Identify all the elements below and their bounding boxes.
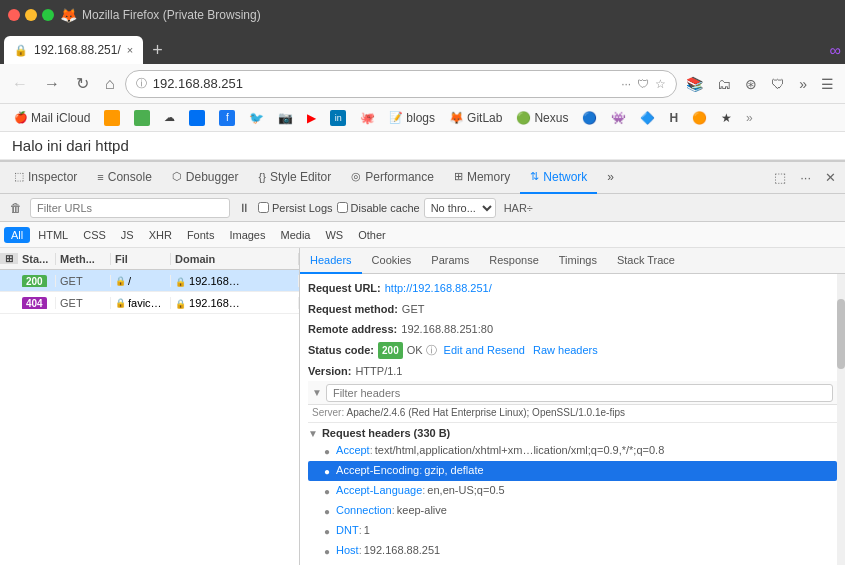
edit-resend-link[interactable]: Edit and Resend [444,342,525,359]
request-headers-section[interactable]: ▼ Request headers (330 B) [308,422,837,441]
maximize-button[interactable] [42,9,54,21]
persist-logs-checkbox[interactable]: Persist Logs [258,202,333,214]
info-icon[interactable]: ⓘ [426,342,437,359]
method-col-header[interactable]: Meth... [56,253,111,265]
bm-item-19[interactable]: ★ [715,109,738,127]
bm-item-18[interactable]: 🟠 [686,109,713,127]
filter-headers-input[interactable] [326,384,833,402]
filter-all[interactable]: All [4,227,30,243]
titlebar: 🦊 Mozilla Firefox (Private Browsing) [0,0,845,30]
status-badge-200: 200 [22,275,47,287]
bm-mail-icloud[interactable]: 🍎Mail iCloud [8,109,96,127]
tab-performance[interactable]: ◎ Performance [341,162,444,194]
url-text: 192.168.88.251 [153,76,616,91]
bookmarks-icon[interactable]: 📚 [681,73,708,95]
bm-youtube[interactable]: ▶ [301,109,322,127]
raw-headers-link[interactable]: Raw headers [533,342,598,359]
details-tab-stack-trace[interactable]: Stack Trace [607,248,685,274]
details-tab-cookies[interactable]: Cookies [362,248,422,274]
filter-headers-row: ▼ [308,381,837,405]
bm-item-17[interactable]: H [663,109,684,127]
extensions-icon[interactable]: » [794,73,812,95]
tab-style-editor[interactable]: {} Style Editor [249,162,342,194]
forward-button[interactable]: → [38,71,66,97]
reload-button[interactable]: ↻ [70,70,95,97]
devtools-toolbar: 🗑 ⏸ Persist Logs Disable cache No thro..… [0,194,845,222]
request-row-2[interactable]: 404 GET 🔒 favic… 🔒 192.168… [0,292,299,314]
scrollbar-track[interactable] [837,274,845,565]
filter-fonts[interactable]: Fonts [180,227,222,243]
new-tab-button[interactable]: + [144,36,171,64]
har-label[interactable]: HAR÷ [504,202,533,214]
filter-html[interactable]: HTML [31,227,75,243]
devtools-more-button[interactable]: ··· [795,168,816,187]
minimize-button[interactable] [25,9,37,21]
devtools-close-button[interactable]: ✕ [820,168,841,187]
detail-remote-address: Remote address: 192.168.88.251:80 [308,319,837,340]
responsive-button[interactable]: ⬚ [769,168,791,187]
bm-instagram[interactable]: 📷 [272,109,299,127]
tab-close-button[interactable]: × [127,44,133,56]
filter-xhr[interactable]: XHR [142,227,179,243]
filter-css[interactable]: CSS [76,227,113,243]
back-button[interactable]: ← [6,71,34,97]
tab-network[interactable]: ⇅ Network [520,162,597,194]
menu-button[interactable]: ☰ [816,73,839,95]
details-tab-params[interactable]: Params [421,248,479,274]
pocket-icon[interactable]: ⊛ [740,73,762,95]
request-row-1[interactable]: 200 GET 🔒 / 🔒 192.168… [0,270,299,292]
clear-button[interactable]: 🗑 [6,200,26,216]
bm-item-3[interactable] [128,108,156,128]
active-tab[interactable]: 🔒 192.168.88.251/ × [4,36,143,64]
bm-nexus[interactable]: 🟢NexusNexus [510,109,574,127]
url-bar[interactable]: ⓘ 192.168.88.251 ··· 🛡 ☆ [125,70,678,98]
adblock-icon[interactable]: 🛡 [766,73,790,95]
filter-ws[interactable]: WS [318,227,350,243]
status-code-badge: 200 [378,342,403,359]
filter-js[interactable]: JS [114,227,141,243]
file-col-header[interactable]: Fil [111,253,171,265]
domain-1: 192.168… [189,275,240,287]
bm-more-button[interactable]: » [740,109,759,127]
bm-twitter[interactable]: 🐦 [243,109,270,127]
details-tab-timings[interactable]: Timings [549,248,607,274]
tab-console[interactable]: ≡ Console [87,162,161,194]
style-editor-icon: {} [259,171,266,183]
filter-urls-input[interactable] [30,198,230,218]
filter-arrow: ▼ [312,387,322,398]
bm-item-2[interactable] [98,108,126,128]
filter-media[interactable]: Media [273,227,317,243]
home-button[interactable]: ⌂ [99,71,121,97]
bm-github[interactable]: 🐙 [354,109,381,127]
bullet-icon-6: ● [324,545,330,559]
bm-item-16[interactable]: 🔷 [634,109,661,127]
disable-cache-checkbox[interactable]: Disable cache [337,202,420,214]
bm-facebook[interactable]: f [213,108,241,128]
details-tab-response[interactable]: Response [479,248,549,274]
bm-item-14[interactable]: 🔵 [576,109,603,127]
pause-button[interactable]: ⏸ [234,200,254,216]
tab-more[interactable]: » [597,162,624,194]
details-tab-headers[interactable]: Headers [300,248,362,274]
domain-col-header[interactable]: Domain [171,253,299,265]
debugger-icon: ⬡ [172,170,182,183]
bookmark-icon[interactable]: ☆ [655,77,666,91]
bm-item-15[interactable]: 👾 [605,109,632,127]
bm-gitlab[interactable]: 🦊GitLab [443,109,508,127]
tab-debugger[interactable]: ⬡ Debugger [162,162,249,194]
throttle-select[interactable]: No thro... [424,198,496,218]
scrollbar-thumb[interactable] [837,299,845,369]
bm-blogs[interactable]: 📝blogs [383,109,441,127]
synced-tabs-icon[interactable]: 🗂 [712,73,736,95]
filter-other[interactable]: Other [351,227,393,243]
bm-item-5[interactable] [183,108,211,128]
url-more-icon[interactable]: ··· [621,77,631,91]
status-col-header[interactable]: Sta... [18,253,56,265]
tab-memory[interactable]: ⊞ Memory [444,162,520,194]
close-button[interactable] [8,9,20,21]
tab-inspector[interactable]: ⬚ Inspector [4,162,87,194]
toolbar-icons: 📚 🗂 ⊛ 🛡 » ☰ [681,73,839,95]
bm-item-4[interactable]: ☁ [158,109,181,126]
filter-images[interactable]: Images [222,227,272,243]
bm-linkedin[interactable]: in [324,108,352,128]
